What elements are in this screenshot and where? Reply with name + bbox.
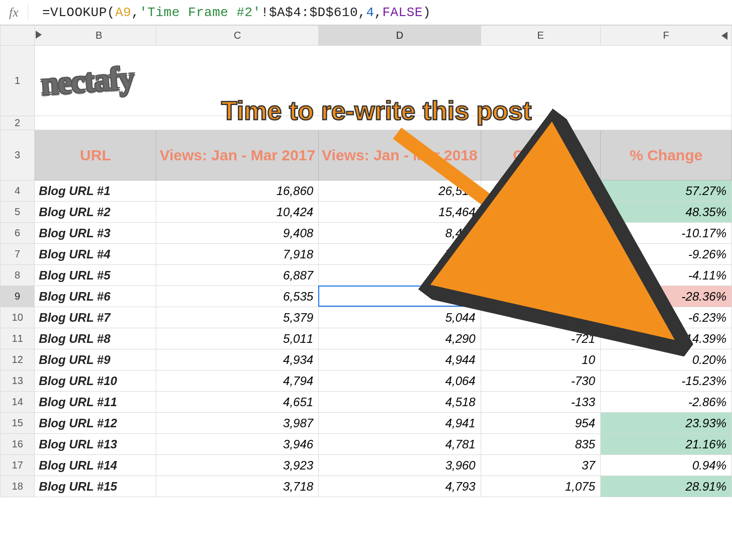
cell-pct-change[interactable]: -4.11%: [600, 265, 731, 286]
col-header-d[interactable]: D: [319, 26, 481, 46]
formula-input[interactable]: =VLOOKUP(A9,'Time Frame #2'!$A$4:$D$610,…: [28, 5, 728, 20]
cell-pct-change[interactable]: 21.16%: [600, 434, 731, 455]
cell-url[interactable]: Blog URL #2: [35, 202, 156, 223]
cell-views-2017[interactable]: 10,424: [156, 202, 319, 223]
row-header[interactable]: 7: [1, 244, 35, 265]
cell-views-2018[interactable]: 4,941: [319, 413, 481, 434]
cell-change[interactable]: 10: [481, 349, 600, 370]
col-header-f[interactable]: F: [600, 26, 731, 46]
cell-url[interactable]: Blog URL #10: [35, 370, 156, 392]
row-header[interactable]: 9: [1, 286, 35, 307]
cell-change[interactable]: -730: [481, 370, 600, 392]
cell-views-2017[interactable]: 7,918: [156, 244, 319, 265]
cell-change[interactable]: 954: [481, 413, 600, 434]
cell-views-2017[interactable]: 5,379: [156, 307, 319, 328]
cell-views-2017[interactable]: 9,408: [156, 223, 319, 244]
row-header[interactable]: 11: [1, 328, 35, 349]
header-change[interactable]: Change: [481, 130, 600, 180]
row-header[interactable]: 4: [1, 180, 35, 202]
cell-views-2017[interactable]: 3,718: [156, 476, 319, 497]
cell-url[interactable]: Blog URL #9: [35, 349, 156, 370]
cell-views-2018[interactable]: 8,451: [319, 223, 481, 244]
row-header[interactable]: 13: [1, 370, 35, 392]
row-header[interactable]: 3: [1, 130, 35, 180]
cell-pct-change[interactable]: -15.23%: [600, 370, 731, 392]
cell-views-2017[interactable]: 4,794: [156, 370, 319, 392]
cell[interactable]: [35, 116, 732, 130]
row-header[interactable]: 12: [1, 349, 35, 370]
cell-change[interactable]: -283: [481, 265, 600, 286]
col-header-b[interactable]: B: [42, 26, 156, 46]
cell-pct-change[interactable]: -14.39%: [600, 328, 731, 349]
cell-url[interactable]: Blog URL #5: [35, 265, 156, 286]
row-header[interactable]: 17: [1, 455, 35, 476]
header-pct-change[interactable]: % Change: [600, 130, 731, 180]
cell-views-2018[interactable]: 15,464: [319, 202, 481, 223]
row-header[interactable]: 2: [1, 116, 35, 130]
cell-views-2018[interactable]: 4,682: [319, 286, 481, 307]
cell-pct-change[interactable]: -9.26%: [600, 244, 731, 265]
row-header[interactable]: 18: [1, 476, 35, 497]
cell-views-2018[interactable]: 4,064: [319, 370, 481, 392]
cell-views-2017[interactable]: 16,860: [156, 180, 319, 202]
cell-views-2017[interactable]: 3,987: [156, 413, 319, 434]
cell-change[interactable]: -133: [481, 392, 600, 413]
cell-pct-change[interactable]: 48.35%: [600, 202, 731, 223]
cell-views-2018[interactable]: 26,516: [319, 180, 481, 202]
cell-pct-change[interactable]: 28.91%: [600, 476, 731, 497]
cell-views-2018[interactable]: 4,518: [319, 392, 481, 413]
cell-views-2018[interactable]: 6,604: [319, 265, 481, 286]
spreadsheet-grid[interactable]: B C D E F 1 nectafy 2 3 URL Views: Jan -…: [0, 25, 732, 497]
col-header-e[interactable]: E: [481, 26, 600, 46]
row-header[interactable]: 8: [1, 265, 35, 286]
cell-url[interactable]: Blog URL #12: [35, 413, 156, 434]
header-views-2017[interactable]: Views: Jan - Mar 2017: [156, 130, 319, 180]
cell-change[interactable]: 37: [481, 455, 600, 476]
cell-views-2018[interactable]: 4,290: [319, 328, 481, 349]
row-header[interactable]: 1: [1, 46, 35, 116]
cell-change[interactable]: -335: [481, 307, 600, 328]
cell-views-2017[interactable]: 3,923: [156, 455, 319, 476]
cell-url[interactable]: Blog URL #4: [35, 244, 156, 265]
row-header[interactable]: 15: [1, 413, 35, 434]
header-url[interactable]: URL: [35, 130, 156, 180]
scroll-left-icon[interactable]: [35, 26, 42, 46]
cell-url[interactable]: Blog URL #3: [35, 223, 156, 244]
row-header[interactable]: 16: [1, 434, 35, 455]
cell-views-2017[interactable]: 4,934: [156, 349, 319, 370]
cell-views-2017[interactable]: 5,011: [156, 328, 319, 349]
cell-url[interactable]: Blog URL #14: [35, 455, 156, 476]
cell-change[interactable]: 835: [481, 434, 600, 455]
cell-views-2017[interactable]: 4,651: [156, 392, 319, 413]
cell-change[interactable]: 9,656: [481, 180, 600, 202]
cell-change[interactable]: 5,040: [481, 202, 600, 223]
cell-change[interactable]: -733: [481, 244, 600, 265]
cell-change[interactable]: 1,075: [481, 476, 600, 497]
cell-views-2018[interactable]: 7,185: [319, 244, 481, 265]
cell-change[interactable]: -721: [481, 328, 600, 349]
cell-views-2018[interactable]: 4,781: [319, 434, 481, 455]
row-header[interactable]: 6: [1, 223, 35, 244]
cell-views-2017[interactable]: 6,535: [156, 286, 319, 307]
cell-views-2017[interactable]: 6,887: [156, 265, 319, 286]
header-views-2018[interactable]: Views: Jan - Mar 2018: [319, 130, 481, 180]
cell-pct-change[interactable]: 0.20%: [600, 349, 731, 370]
cell-url[interactable]: Blog URL #15: [35, 476, 156, 497]
cell-change[interactable]: -1,853: [481, 286, 600, 307]
row-header[interactable]: 10: [1, 307, 35, 328]
cell-url[interactable]: Blog URL #7: [35, 307, 156, 328]
cell-pct-change[interactable]: 57.27%: [600, 180, 731, 202]
cell-url[interactable]: Blog URL #6: [35, 286, 156, 307]
cell-pct-change[interactable]: -28.36%: [600, 286, 731, 307]
cell-views-2018[interactable]: 5,044: [319, 307, 481, 328]
select-all-corner[interactable]: [1, 26, 35, 46]
row-header[interactable]: 14: [1, 392, 35, 413]
cell-views-2018[interactable]: 4,944: [319, 349, 481, 370]
logo-cell[interactable]: nectafy: [35, 46, 732, 116]
cell-pct-change[interactable]: 0.94%: [600, 455, 731, 476]
cell-pct-change[interactable]: -6.23%: [600, 307, 731, 328]
cell-url[interactable]: Blog URL #1: [35, 180, 156, 202]
cell-pct-change[interactable]: 23.93%: [600, 413, 731, 434]
cell-url[interactable]: Blog URL #13: [35, 434, 156, 455]
cell-views-2018[interactable]: 3,960: [319, 455, 481, 476]
